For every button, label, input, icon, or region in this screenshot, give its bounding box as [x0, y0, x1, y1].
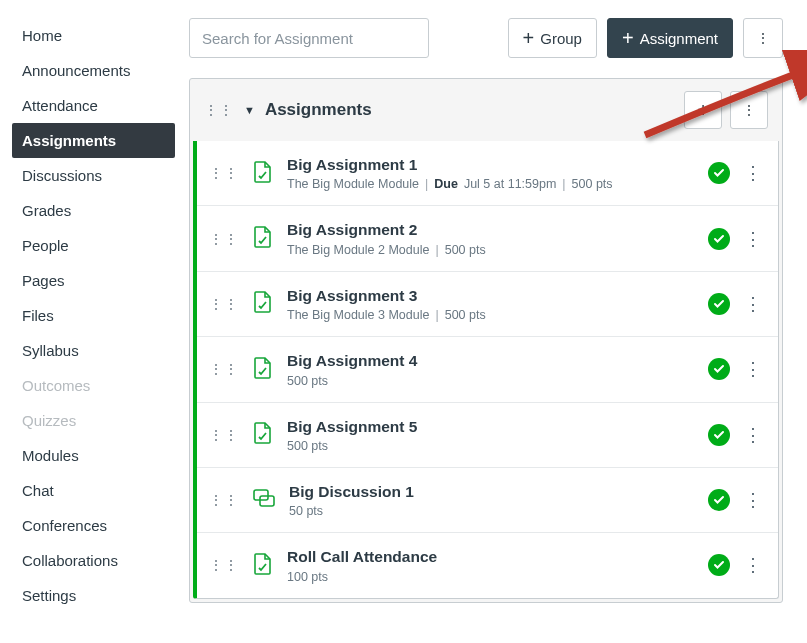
- published-icon[interactable]: [708, 293, 730, 315]
- assignment-row[interactable]: ⋮⋮ Big Assignment 4 500 pts ⋮: [197, 337, 778, 402]
- plus-icon: +: [523, 28, 535, 48]
- sidebar-item-quizzes[interactable]: Quizzes: [12, 403, 175, 438]
- assignment-title: Big Discussion 1: [289, 482, 694, 501]
- sidebar-item-chat[interactable]: Chat: [12, 473, 175, 508]
- assignment-title: Big Assignment 1: [287, 155, 694, 174]
- sidebar-item-attendance[interactable]: Attendance: [12, 88, 175, 123]
- add-assignment-button[interactable]: + Assignment: [607, 18, 733, 58]
- row-more-button[interactable]: ⋮: [744, 424, 762, 446]
- drag-handle-icon[interactable]: ⋮⋮: [209, 427, 239, 443]
- more-vertical-icon: ⋮: [742, 102, 756, 118]
- course-sidebar: Home Announcements Attendance Assignment…: [0, 0, 175, 643]
- row-more-button[interactable]: ⋮: [744, 293, 762, 315]
- sidebar-item-outcomes[interactable]: Outcomes: [12, 368, 175, 403]
- sidebar-item-assignments[interactable]: Assignments: [12, 123, 175, 158]
- points: 500 pts: [572, 177, 613, 191]
- assignment-title: Roll Call Attendance: [287, 547, 694, 566]
- discussion-icon: [253, 489, 275, 512]
- drag-handle-icon[interactable]: ⋮⋮: [204, 102, 234, 118]
- row-more-button[interactable]: ⋮: [744, 228, 762, 250]
- drag-handle-icon[interactable]: ⋮⋮: [209, 557, 239, 573]
- sidebar-item-pages[interactable]: Pages: [12, 263, 175, 298]
- drag-handle-icon[interactable]: ⋮⋮: [209, 165, 239, 181]
- sidebar-item-people[interactable]: People: [12, 228, 175, 263]
- module-name: The Big Module 3 Module: [287, 308, 429, 322]
- points: 500 pts: [445, 243, 486, 257]
- assignment-icon: [253, 291, 273, 316]
- svg-rect-1: [260, 496, 274, 506]
- toolbar: Search for Assignment + Group + Assignme…: [189, 18, 783, 58]
- plus-icon: +: [697, 100, 709, 120]
- published-icon[interactable]: [708, 358, 730, 380]
- assignment-subtext: 50 pts: [289, 504, 694, 518]
- sidebar-item-syllabus[interactable]: Syllabus: [12, 333, 175, 368]
- sidebar-item-files[interactable]: Files: [12, 298, 175, 333]
- points: 50 pts: [289, 504, 323, 518]
- assignment-title: Big Assignment 5: [287, 417, 694, 436]
- drag-handle-icon[interactable]: ⋮⋮: [209, 296, 239, 312]
- more-vertical-icon: ⋮: [756, 30, 770, 46]
- sidebar-item-modules[interactable]: Modules: [12, 438, 175, 473]
- published-icon[interactable]: [708, 228, 730, 250]
- assignment-title: Big Assignment 4: [287, 351, 694, 370]
- drag-handle-icon[interactable]: ⋮⋮: [209, 361, 239, 377]
- sidebar-item-grades[interactable]: Grades: [12, 193, 175, 228]
- row-more-button[interactable]: ⋮: [744, 162, 762, 184]
- sidebar-item-collaborations[interactable]: Collaborations: [12, 543, 175, 578]
- points: 500 pts: [445, 308, 486, 322]
- assignment-icon: [253, 422, 273, 447]
- separator: |: [562, 177, 565, 191]
- assignment-group-panel: ⋮⋮ ▼ Assignments + ⋮ ⋮⋮: [189, 78, 783, 603]
- collapse-caret-icon[interactable]: ▼: [244, 104, 255, 116]
- svg-rect-0: [254, 490, 268, 500]
- assignment-row[interactable]: ⋮⋮ Big Assignment 2 The Big Module 2 Mod…: [197, 206, 778, 271]
- group-more-button[interactable]: ⋮: [730, 91, 768, 129]
- row-more-button[interactable]: ⋮: [744, 358, 762, 380]
- group-add-button[interactable]: +: [684, 91, 722, 129]
- search-placeholder: Search for Assignment: [202, 30, 353, 47]
- points: 500 pts: [287, 374, 328, 388]
- assignment-row[interactable]: ⋮⋮ Big Assignment 5 500 pts ⋮: [197, 403, 778, 468]
- sidebar-item-home[interactable]: Home: [12, 18, 175, 53]
- assignment-subtext: 500 pts: [287, 439, 694, 453]
- due-label: Due: [434, 177, 458, 191]
- due-date: Jul 5 at 11:59pm: [464, 177, 556, 191]
- add-group-button[interactable]: + Group: [508, 18, 597, 58]
- published-icon[interactable]: [708, 489, 730, 511]
- assignment-icon: [253, 161, 273, 186]
- assignment-title: Big Assignment 3: [287, 286, 694, 305]
- search-input[interactable]: Search for Assignment: [189, 18, 429, 58]
- drag-handle-icon[interactable]: ⋮⋮: [209, 492, 239, 508]
- plus-icon: +: [622, 28, 634, 48]
- published-icon[interactable]: [708, 554, 730, 576]
- assignment-subtext: 500 pts: [287, 374, 694, 388]
- sidebar-item-announcements[interactable]: Announcements: [12, 53, 175, 88]
- assignment-row[interactable]: ⋮⋮ Roll Call Attendance 100 pts ⋮: [197, 533, 778, 597]
- assignment-list: ⋮⋮ Big Assignment 1 The Big Module Modul…: [193, 141, 779, 599]
- separator: |: [435, 308, 438, 322]
- assignment-subtext: The Big Module Module | Due Jul 5 at 11:…: [287, 177, 694, 191]
- main-content: Search for Assignment + Group + Assignme…: [175, 0, 807, 643]
- sidebar-item-conferences[interactable]: Conferences: [12, 508, 175, 543]
- row-more-button[interactable]: ⋮: [744, 554, 762, 576]
- assignment-title: Big Assignment 2: [287, 220, 694, 239]
- assignment-row[interactable]: ⋮⋮ Big Assignment 1 The Big Module Modul…: [197, 141, 778, 206]
- toolbar-more-button[interactable]: ⋮: [743, 18, 783, 58]
- sidebar-item-settings[interactable]: Settings: [12, 578, 175, 613]
- assignment-group-header[interactable]: ⋮⋮ ▼ Assignments + ⋮: [190, 79, 782, 141]
- assignment-subtext: 100 pts: [287, 570, 694, 584]
- row-more-button[interactable]: ⋮: [744, 489, 762, 511]
- separator: |: [435, 243, 438, 257]
- drag-handle-icon[interactable]: ⋮⋮: [209, 231, 239, 247]
- add-assignment-label: Assignment: [640, 30, 718, 47]
- assignment-row[interactable]: ⋮⋮ Big Assignment 3 The Big Module 3 Mod…: [197, 272, 778, 337]
- assignment-row[interactable]: ⋮⋮ Big Discussion 1 50 pts ⋮: [197, 468, 778, 533]
- add-group-label: Group: [540, 30, 582, 47]
- published-icon[interactable]: [708, 424, 730, 446]
- assignment-subtext: The Big Module 2 Module | 500 pts: [287, 243, 694, 257]
- assignment-icon: [253, 226, 273, 251]
- sidebar-item-discussions[interactable]: Discussions: [12, 158, 175, 193]
- module-name: The Big Module Module: [287, 177, 419, 191]
- published-icon[interactable]: [708, 162, 730, 184]
- assignment-icon: [253, 553, 273, 578]
